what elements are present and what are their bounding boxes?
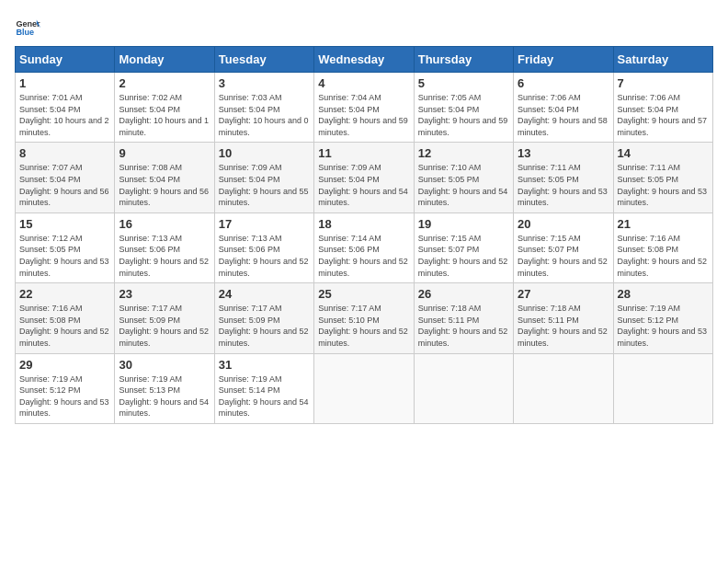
day-info: Sunrise: 7:17 AMSunset: 5:09 PMDaylight:… <box>119 303 210 349</box>
day-number: 9 <box>119 146 210 160</box>
day-number: 4 <box>318 76 409 90</box>
calendar-week-row: 29Sunrise: 7:19 AMSunset: 5:12 PMDayligh… <box>16 353 713 423</box>
calendar-day-cell: 5Sunrise: 7:05 AMSunset: 5:04 PMDaylight… <box>414 73 513 143</box>
calendar-day-cell: 19Sunrise: 7:15 AMSunset: 5:07 PMDayligh… <box>414 213 513 282</box>
day-info: Sunrise: 7:13 AMSunset: 5:06 PMDaylight:… <box>219 233 310 279</box>
day-number: 30 <box>119 358 210 372</box>
day-number: 29 <box>19 358 110 372</box>
day-number: 6 <box>518 76 609 90</box>
calendar-day-cell: 9Sunrise: 7:08 AMSunset: 5:04 PMDaylight… <box>115 143 214 213</box>
calendar-day-cell <box>613 353 712 423</box>
day-info: Sunrise: 7:17 AMSunset: 5:10 PMDaylight:… <box>318 303 409 349</box>
day-info: Sunrise: 7:05 AMSunset: 5:04 PMDaylight:… <box>418 92 509 138</box>
day-number: 2 <box>119 76 210 90</box>
day-info: Sunrise: 7:11 AMSunset: 5:05 PMDaylight:… <box>518 162 609 208</box>
day-info: Sunrise: 7:18 AMSunset: 5:11 PMDaylight:… <box>418 303 509 349</box>
day-info: Sunrise: 7:19 AMSunset: 5:12 PMDaylight:… <box>19 373 110 419</box>
calendar-day-cell <box>314 353 414 423</box>
calendar-day-cell: 10Sunrise: 7:09 AMSunset: 5:04 PMDayligh… <box>214 143 313 213</box>
calendar-day-cell: 3Sunrise: 7:03 AMSunset: 5:04 PMDaylight… <box>214 73 313 143</box>
day-info: Sunrise: 7:06 AMSunset: 5:04 PMDaylight:… <box>618 92 709 138</box>
day-number: 17 <box>219 217 310 231</box>
calendar-day-cell: 2Sunrise: 7:02 AMSunset: 5:04 PMDaylight… <box>115 73 214 143</box>
calendar-header-monday: Monday <box>115 47 214 73</box>
day-info: Sunrise: 7:10 AMSunset: 5:05 PMDaylight:… <box>418 162 509 208</box>
calendar-day-cell: 23Sunrise: 7:17 AMSunset: 5:09 PMDayligh… <box>115 283 214 353</box>
calendar-day-cell: 6Sunrise: 7:06 AMSunset: 5:04 PMDaylight… <box>514 73 613 143</box>
calendar-day-cell: 29Sunrise: 7:19 AMSunset: 5:12 PMDayligh… <box>16 353 115 423</box>
day-number: 31 <box>219 358 310 372</box>
logo-icon: General Blue <box>15 15 40 40</box>
calendar-day-cell: 31Sunrise: 7:19 AMSunset: 5:14 PMDayligh… <box>214 353 313 423</box>
day-number: 19 <box>418 217 509 231</box>
day-info: Sunrise: 7:18 AMSunset: 5:11 PMDaylight:… <box>518 303 609 349</box>
day-number: 3 <box>219 76 310 90</box>
day-number: 24 <box>219 287 310 301</box>
day-number: 26 <box>418 287 509 301</box>
calendar-header-saturday: Saturday <box>613 47 712 73</box>
calendar-day-cell: 22Sunrise: 7:16 AMSunset: 5:08 PMDayligh… <box>16 283 115 353</box>
day-info: Sunrise: 7:17 AMSunset: 5:09 PMDaylight:… <box>219 303 310 349</box>
calendar-week-row: 8Sunrise: 7:07 AMSunset: 5:04 PMDaylight… <box>16 143 713 213</box>
calendar-header-wednesday: Wednesday <box>314 47 414 73</box>
calendar-day-cell: 18Sunrise: 7:14 AMSunset: 5:06 PMDayligh… <box>314 213 414 282</box>
logo: General Blue <box>15 15 40 40</box>
calendar-day-cell: 28Sunrise: 7:19 AMSunset: 5:12 PMDayligh… <box>613 283 712 353</box>
day-info: Sunrise: 7:07 AMSunset: 5:04 PMDaylight:… <box>19 162 110 208</box>
calendar-day-cell: 24Sunrise: 7:17 AMSunset: 5:09 PMDayligh… <box>214 283 313 353</box>
calendar-week-row: 22Sunrise: 7:16 AMSunset: 5:08 PMDayligh… <box>16 283 713 353</box>
day-number: 20 <box>518 217 609 231</box>
day-info: Sunrise: 7:06 AMSunset: 5:04 PMDaylight:… <box>518 92 609 138</box>
calendar-header-thursday: Thursday <box>414 47 513 73</box>
day-number: 18 <box>318 217 409 231</box>
day-info: Sunrise: 7:19 AMSunset: 5:12 PMDaylight:… <box>618 303 709 349</box>
calendar-day-cell: 16Sunrise: 7:13 AMSunset: 5:06 PMDayligh… <box>115 213 214 282</box>
day-info: Sunrise: 7:16 AMSunset: 5:08 PMDaylight:… <box>618 233 709 279</box>
day-info: Sunrise: 7:12 AMSunset: 5:05 PMDaylight:… <box>19 233 110 279</box>
day-number: 16 <box>119 217 210 231</box>
calendar-day-cell: 20Sunrise: 7:15 AMSunset: 5:07 PMDayligh… <box>514 213 613 282</box>
day-number: 14 <box>618 146 709 160</box>
calendar-day-cell: 21Sunrise: 7:16 AMSunset: 5:08 PMDayligh… <box>613 213 712 282</box>
day-number: 25 <box>318 287 409 301</box>
day-info: Sunrise: 7:13 AMSunset: 5:06 PMDaylight:… <box>119 233 210 279</box>
calendar-day-cell: 4Sunrise: 7:04 AMSunset: 5:04 PMDaylight… <box>314 73 414 143</box>
day-number: 10 <box>219 146 310 160</box>
day-info: Sunrise: 7:15 AMSunset: 5:07 PMDaylight:… <box>418 233 509 279</box>
day-number: 28 <box>618 287 709 301</box>
day-number: 22 <box>19 287 110 301</box>
calendar-day-cell: 25Sunrise: 7:17 AMSunset: 5:10 PMDayligh… <box>314 283 414 353</box>
day-number: 5 <box>418 76 509 90</box>
calendar-day-cell: 14Sunrise: 7:11 AMSunset: 5:05 PMDayligh… <box>613 143 712 213</box>
day-number: 23 <box>119 287 210 301</box>
calendar-header-friday: Friday <box>514 47 613 73</box>
calendar-day-cell: 8Sunrise: 7:07 AMSunset: 5:04 PMDaylight… <box>16 143 115 213</box>
day-info: Sunrise: 7:09 AMSunset: 5:04 PMDaylight:… <box>318 162 409 208</box>
day-number: 27 <box>518 287 609 301</box>
day-info: Sunrise: 7:01 AMSunset: 5:04 PMDaylight:… <box>19 92 110 138</box>
day-number: 11 <box>318 146 409 160</box>
calendar-day-cell: 1Sunrise: 7:01 AMSunset: 5:04 PMDaylight… <box>16 73 115 143</box>
calendar-table: SundayMondayTuesdayWednesdayThursdayFrid… <box>15 46 713 424</box>
calendar-day-cell: 17Sunrise: 7:13 AMSunset: 5:06 PMDayligh… <box>214 213 313 282</box>
day-info: Sunrise: 7:04 AMSunset: 5:04 PMDaylight:… <box>318 92 409 138</box>
day-info: Sunrise: 7:19 AMSunset: 5:13 PMDaylight:… <box>119 373 210 419</box>
day-number: 13 <box>518 146 609 160</box>
day-number: 1 <box>19 76 110 90</box>
day-info: Sunrise: 7:08 AMSunset: 5:04 PMDaylight:… <box>119 162 210 208</box>
day-number: 15 <box>19 217 110 231</box>
day-number: 8 <box>19 146 110 160</box>
calendar-header-tuesday: Tuesday <box>214 47 313 73</box>
calendar-day-cell: 15Sunrise: 7:12 AMSunset: 5:05 PMDayligh… <box>16 213 115 282</box>
calendar-header-row: SundayMondayTuesdayWednesdayThursdayFrid… <box>16 47 713 73</box>
day-number: 12 <box>418 146 509 160</box>
day-number: 21 <box>618 217 709 231</box>
calendar-day-cell: 11Sunrise: 7:09 AMSunset: 5:04 PMDayligh… <box>314 143 414 213</box>
day-info: Sunrise: 7:19 AMSunset: 5:14 PMDaylight:… <box>219 373 310 419</box>
day-info: Sunrise: 7:16 AMSunset: 5:08 PMDaylight:… <box>19 303 110 349</box>
calendar-day-cell: 26Sunrise: 7:18 AMSunset: 5:11 PMDayligh… <box>414 283 513 353</box>
day-info: Sunrise: 7:14 AMSunset: 5:06 PMDaylight:… <box>318 233 409 279</box>
calendar-day-cell: 27Sunrise: 7:18 AMSunset: 5:11 PMDayligh… <box>514 283 613 353</box>
calendar-week-row: 15Sunrise: 7:12 AMSunset: 5:05 PMDayligh… <box>16 213 713 282</box>
day-info: Sunrise: 7:03 AMSunset: 5:04 PMDaylight:… <box>219 92 310 138</box>
